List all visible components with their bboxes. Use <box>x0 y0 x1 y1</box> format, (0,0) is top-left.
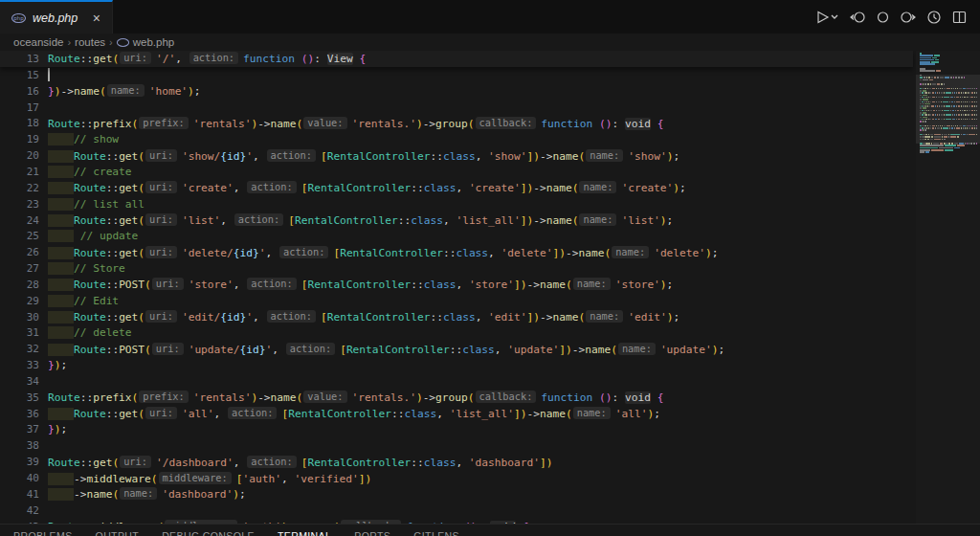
code-text: // Store <box>48 262 125 275</box>
line-number: 38 <box>0 439 48 452</box>
line-number: 42 <box>0 504 48 517</box>
panel-tab-ports[interactable]: PORTS <box>354 530 390 536</box>
timeline-clock-icon[interactable] <box>926 10 942 25</box>
code-text: Route::get(uri:'create', action:[RentalC… <box>48 181 686 194</box>
navigate-forward-icon[interactable] <box>900 10 916 25</box>
run-debug-button[interactable] <box>815 10 839 25</box>
code-line[interactable]: 24 Route::get(uri:'list', action:[Rental… <box>0 212 980 229</box>
code-line[interactable]: 35Route::prefix(prefix:'rentals')->name(… <box>0 390 980 406</box>
code-line[interactable]: 19 // show <box>0 131 980 147</box>
code-text: // Edit <box>48 295 119 307</box>
line-number: 35 <box>0 391 48 404</box>
code-line[interactable]: 33}); <box>0 357 980 373</box>
code-line[interactable]: 15 <box>0 67 980 83</box>
code-text: // update <box>48 230 138 242</box>
code-text: ->middleware(middleware:['auth', 'verifi… <box>48 472 371 485</box>
code-text: })->name(name:'home'); <box>48 84 201 98</box>
panel-tab-debug-console[interactable]: DEBUG CONSOLE <box>162 530 255 536</box>
line-number: 16 <box>0 85 48 98</box>
panel-tab-terminal[interactable]: TERMINAL <box>278 530 331 536</box>
code-text: Route::get(uri:'delete/{id}', action:[Re… <box>48 246 719 259</box>
code-line[interactable]: 39Route::get(uri:'/dashboard', action:[R… <box>0 454 980 470</box>
panel-tab-output[interactable]: OUTPUT <box>96 530 140 536</box>
php-file-icon: php <box>11 13 26 23</box>
sticky-scroll-line[interactable]: 13Route::get(uri:'/', action:function ()… <box>0 51 913 67</box>
code-line[interactable]: 27 // Store <box>0 260 980 277</box>
bottom-panel: PROBLEMSOUTPUTDEBUG CONSOLETERMINALPORTS… <box>0 524 980 536</box>
line-number: 39 <box>0 456 48 468</box>
line-number: 37 <box>0 423 48 436</box>
code-text: Route::get(uri:'/', action:function (): … <box>48 52 366 65</box>
code-line[interactable]: 29 // Edit <box>0 293 980 309</box>
breadcrumb-separator-icon: › <box>109 36 113 48</box>
code-line[interactable]: 16})->name(name:'home'); <box>0 83 980 100</box>
code-line[interactable]: 23 // list all <box>0 196 980 212</box>
line-number: 13 <box>0 53 48 65</box>
code-line[interactable]: 21 // create <box>0 164 980 180</box>
line-number: 27 <box>0 262 48 275</box>
code-text: Route::prefix(prefix:'rentals')->name(va… <box>48 391 663 404</box>
code-line[interactable]: 38 <box>0 437 980 454</box>
breakpoint-circle-icon[interactable] <box>877 10 889 25</box>
panel-tab-problems[interactable]: PROBLEMS <box>13 530 73 536</box>
code-text: }); <box>48 359 67 371</box>
navigate-back-icon[interactable] <box>850 10 866 25</box>
line-number: 36 <box>0 408 48 420</box>
code-line[interactable]: 37}); <box>0 422 980 438</box>
code-line[interactable]: 31 // delete <box>0 325 980 342</box>
line-number: 23 <box>0 198 48 211</box>
tab-bar: php web.php × <box>0 0 980 34</box>
code-text: Route::prefix(prefix:'rentals')->name(va… <box>48 117 663 130</box>
code-line[interactable]: 32 Route::POST(uri:'update/{id}', action… <box>0 341 980 357</box>
line-number: 32 <box>0 343 48 355</box>
minimap[interactable] <box>916 51 980 524</box>
code-text <box>48 68 50 81</box>
line-number: 17 <box>0 101 48 114</box>
breadcrumb-item[interactable]: routes <box>75 36 105 48</box>
code-line[interactable]: 34 <box>0 373 980 390</box>
line-number: 20 <box>0 149 48 162</box>
code-line[interactable]: 22 Route::get(uri:'create', action:[Rent… <box>0 180 980 196</box>
line-number: 19 <box>0 133 48 145</box>
code-text: Route::get(uri:'all', action:[RentalCont… <box>48 407 660 420</box>
code-line[interactable]: 30 Route::get(uri:'edit/{id}', action:[R… <box>0 309 980 325</box>
line-number: 29 <box>0 295 48 307</box>
breadcrumb-item[interactable]: oceanside <box>13 36 63 48</box>
code-line[interactable]: 25 // update <box>0 228 980 244</box>
panel-tab-gitlens[interactable]: GITLENS <box>413 530 459 536</box>
svg-text:php: php <box>13 15 24 22</box>
vscode-window: php web.php × oceanside›routes›web.php 1… <box>0 0 980 536</box>
code-line[interactable]: 13Route::get(uri:'/', action:function ()… <box>0 51 913 67</box>
code-line[interactable]: 18Route::prefix(prefix:'rentals')->name(… <box>0 116 980 132</box>
line-number: 25 <box>0 230 48 242</box>
code-text: Route::get(uri:'show/{id}', action:[Rent… <box>48 149 679 163</box>
code-text: Route::get(uri:'list', action:[RentalCon… <box>48 213 673 227</box>
code-line[interactable]: 42 <box>0 502 980 519</box>
line-number: 40 <box>0 472 48 484</box>
code-line[interactable]: 17 <box>0 100 980 116</box>
split-editor-icon[interactable] <box>952 10 967 25</box>
text-cursor <box>48 68 50 81</box>
tab-web-php[interactable]: php web.php × <box>0 0 113 34</box>
line-number: 24 <box>0 214 48 227</box>
panel-tab-strip: PROBLEMSOUTPUTDEBUG CONSOLETERMINALPORTS… <box>0 525 980 536</box>
code-line[interactable]: 40 ->middleware(middleware:['auth', 'ver… <box>0 470 980 486</box>
code-line[interactable]: 36 Route::get(uri:'all', action:[RentalC… <box>0 406 980 422</box>
code-line[interactable]: 28 Route::POST(uri:'store', action:[Rent… <box>0 277 980 293</box>
tab-label: web.php <box>33 11 78 25</box>
code-line[interactable]: 26 Route::get(uri:'delete/{id}', action:… <box>0 244 980 260</box>
line-number: 28 <box>0 279 48 291</box>
code-text: // list all <box>48 198 145 211</box>
breadcrumb-item[interactable]: web.php <box>133 36 174 48</box>
code-text: Route::POST(uri:'update/{id}', action:[R… <box>48 343 724 356</box>
close-tab-icon[interactable]: × <box>91 11 102 26</box>
code-line[interactable]: 41 ->name(name:'dashboard'); <box>0 486 980 502</box>
line-number: 18 <box>0 117 48 129</box>
code-text: // create <box>48 166 132 178</box>
code-editor[interactable]: 13Route::get(uri:'/', action:function ()… <box>0 51 980 524</box>
code-text: }); <box>48 423 67 436</box>
line-number: 15 <box>0 69 48 81</box>
line-number: 33 <box>0 359 48 371</box>
code-line[interactable]: 20 Route::get(uri:'show/{id}', action:[R… <box>0 147 980 164</box>
minimap-slider[interactable] <box>916 75 980 144</box>
